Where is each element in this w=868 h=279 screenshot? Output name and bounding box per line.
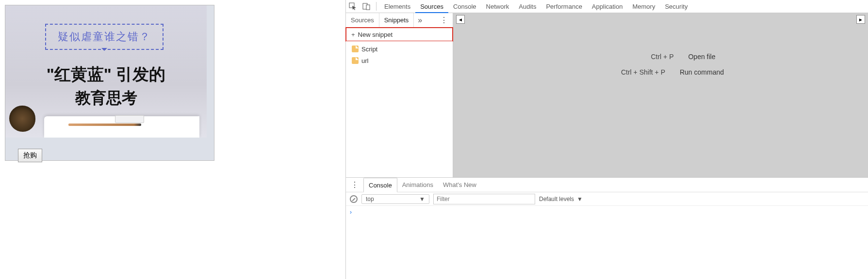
dropdown-icon: ▼	[419, 196, 425, 202]
console-levels-select[interactable]: Default levels ▼	[539, 196, 583, 202]
buy-button[interactable]: 抢购	[18, 149, 42, 162]
hero-banner: 疑似虐童谁之错？ "红黄蓝" 引发的 教育思考	[5, 5, 207, 138]
devtools-panel: Elements Sources Console Network Audits …	[345, 0, 868, 279]
drawer-kebab-icon[interactable]: ⋮	[346, 180, 363, 189]
drawer-tab-animations[interactable]: Animations	[397, 178, 438, 192]
sidebar-tab-sources[interactable]: Sources	[346, 13, 379, 28]
device-toolbar-icon[interactable]	[360, 0, 373, 13]
shortcut-row-open-file: Ctrl + P Open file	[606, 53, 715, 61]
console-context-select[interactable]: top ▼	[361, 194, 429, 204]
tab-security[interactable]: Security	[660, 0, 692, 13]
sources-editor-area: ◄ ► Ctrl + P Open file Ctrl + Shift + P …	[453, 13, 868, 177]
tab-console[interactable]: Console	[448, 0, 481, 13]
sidebar-tab-snippets[interactable]: Snippets	[379, 13, 414, 28]
drawer-tabs: ⋮ Console Animations What's New	[346, 178, 868, 192]
plus-icon: +	[351, 31, 355, 38]
svg-rect-2	[366, 5, 370, 10]
shortcut-keys: Ctrl + Shift + P	[597, 68, 665, 76]
drawer-tab-console[interactable]: Console	[363, 178, 397, 192]
tab-elements[interactable]: Elements	[379, 0, 415, 13]
shortcut-action: Open file	[688, 53, 715, 61]
tab-memory[interactable]: Memory	[627, 0, 660, 13]
snippet-file-name: Script	[361, 46, 377, 53]
collapse-debugger-icon[interactable]: ►	[856, 15, 865, 24]
hero-title-line2: 教育思考	[5, 88, 207, 109]
snippet-file-item[interactable]: url	[346, 55, 453, 66]
snippet-file-item[interactable]: Script	[346, 43, 453, 55]
new-snippet-button[interactable]: + New snippet	[345, 27, 453, 42]
pinecone-prop	[9, 106, 35, 132]
tab-application[interactable]: Application	[587, 0, 628, 13]
collapse-navigator-icon[interactable]: ◄	[456, 15, 465, 24]
tab-sources[interactable]: Sources	[415, 0, 448, 13]
snippet-file-list: Script url	[346, 41, 453, 177]
console-toolbar: top ▼ Default levels ▼	[346, 192, 868, 206]
sources-sidebar-tabs: Sources Snippets » ⋮	[346, 13, 453, 28]
console-body[interactable]	[346, 206, 868, 279]
shortcut-action: Run command	[680, 68, 724, 76]
console-filter-input[interactable]	[433, 194, 535, 204]
devtools-toolbar: Elements Sources Console Network Audits …	[346, 0, 868, 13]
sidebar-tabs-overflow-icon[interactable]: »	[414, 16, 426, 25]
tab-performance[interactable]: Performance	[541, 0, 587, 13]
console-prompt[interactable]	[350, 209, 864, 216]
clear-console-icon[interactable]	[350, 195, 358, 203]
drawer-panel: ⋮ Console Animations What's New top ▼ De…	[346, 177, 868, 279]
sources-sidebar: Sources Snippets » ⋮ + New snippet Scrip…	[346, 13, 453, 177]
inspect-element-icon[interactable]	[346, 0, 360, 13]
callout-bubble: 疑似虐童谁之错？	[45, 24, 164, 50]
shortcut-row-run-command: Ctrl + Shift + P Run command	[597, 68, 724, 76]
dropdown-icon: ▼	[577, 196, 583, 202]
tab-audits[interactable]: Audits	[514, 0, 541, 13]
eraser-prop	[115, 115, 144, 123]
console-context-value: top	[366, 196, 374, 202]
devtools-body: Sources Snippets » ⋮ + New snippet Scrip…	[346, 13, 868, 177]
hero-title-line1: "红黄蓝" 引发的	[5, 63, 207, 86]
pencil-prop	[68, 124, 141, 126]
snippet-file-icon	[352, 57, 359, 64]
shortcut-keys: Ctrl + P	[606, 53, 673, 61]
drawer-tab-whats-new[interactable]: What's New	[438, 178, 481, 192]
webpage-card: 疑似虐童谁之错？ "红黄蓝" 引发的 教育思考 抢购	[5, 5, 214, 161]
snippet-file-name: url	[361, 57, 368, 64]
toolbar-separator	[376, 2, 377, 11]
console-levels-label: Default levels	[539, 196, 574, 202]
tab-network[interactable]: Network	[481, 0, 514, 13]
snippet-file-icon	[352, 46, 359, 52]
sidebar-kebab-icon[interactable]: ⋮	[435, 16, 453, 25]
new-snippet-label: New snippet	[358, 31, 393, 38]
